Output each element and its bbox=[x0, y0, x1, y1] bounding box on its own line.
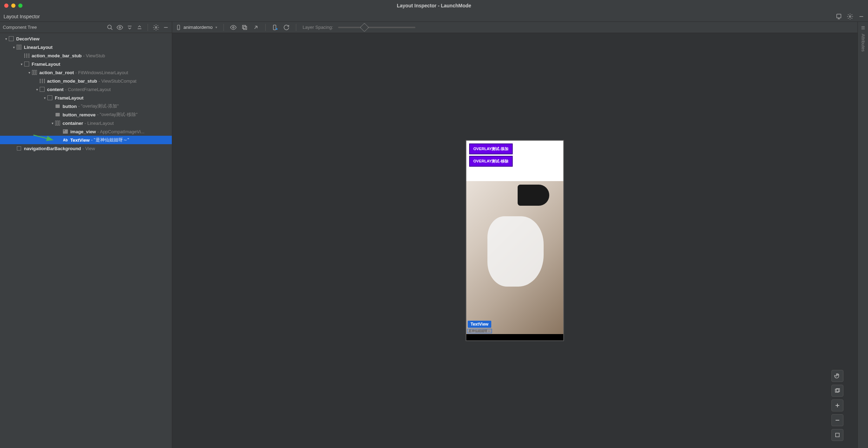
layout-preview-canvas[interactable]: OVERLAY测试-添加 OVERLAY测试-移除 TextView 是神仙姐姐… bbox=[172, 33, 857, 448]
node-suffix: - LinearLayout bbox=[85, 121, 114, 126]
node-name: image_view bbox=[70, 129, 96, 134]
overlay-icon[interactable] bbox=[241, 24, 248, 31]
tree-node[interactable]: ┇┇┇action_mode_bar_stub - ViewStubCompat bbox=[0, 77, 172, 85]
node-name: container bbox=[63, 121, 83, 126]
node-type-icon bbox=[16, 44, 22, 50]
gear-icon[interactable] bbox=[153, 24, 159, 31]
svg-rect-17 bbox=[244, 26, 247, 30]
attributes-tab-label: Attributes bbox=[861, 34, 866, 52]
svg-rect-25 bbox=[836, 433, 840, 437]
pan-hand-button[interactable] bbox=[831, 370, 843, 382]
tree-node[interactable]: ▾action_bar_root - FitWindowsLinearLayou… bbox=[0, 68, 172, 77]
node-type-icon bbox=[16, 146, 22, 151]
collapse-icon[interactable] bbox=[136, 24, 143, 31]
mode-3d-button[interactable] bbox=[831, 385, 843, 397]
node-name: button bbox=[63, 104, 77, 109]
separator bbox=[148, 24, 148, 31]
eye-icon[interactable] bbox=[117, 24, 123, 31]
minimize-icon[interactable] bbox=[858, 13, 864, 20]
chevron-icon: ▾ bbox=[34, 88, 39, 91]
tree-node[interactable]: button_remove - "overlay测试-移除" bbox=[0, 110, 172, 119]
layer-spacing-slider[interactable] bbox=[338, 27, 415, 28]
tree-node[interactable]: ▾DecorView bbox=[0, 34, 172, 43]
subtitle: Layout Inspector bbox=[4, 14, 40, 19]
svg-point-7 bbox=[119, 26, 121, 28]
node-suffix: - "overlay测试-移除" bbox=[97, 111, 137, 118]
refresh-icon[interactable] bbox=[283, 24, 290, 31]
svg-rect-16 bbox=[242, 25, 246, 28]
chevron-icon: ▾ bbox=[4, 37, 8, 41]
node-type-icon bbox=[32, 70, 37, 75]
node-type-icon: ┇┇┇ bbox=[24, 53, 30, 58]
zoom-in-button[interactable] bbox=[831, 399, 843, 411]
node-type-icon bbox=[55, 112, 60, 117]
node-suffix: - "是神仙姐姐呀～" bbox=[91, 137, 129, 143]
node-name: content bbox=[47, 87, 64, 92]
svg-point-19 bbox=[276, 28, 278, 30]
svg-rect-18 bbox=[273, 25, 276, 30]
separator bbox=[224, 24, 224, 31]
component-tree-panel: Component Tree ▾DecorView▾LinearLayout┇┇… bbox=[0, 22, 172, 448]
svg-point-15 bbox=[233, 26, 234, 28]
node-suffix: - ContentFrameLayout bbox=[65, 87, 111, 92]
node-suffix: - FitWindowsLinearLayout bbox=[75, 70, 128, 75]
node-suffix: - ViewStub bbox=[83, 53, 105, 58]
svg-line-12 bbox=[33, 135, 53, 140]
close-window-button[interactable] bbox=[4, 4, 8, 8]
tree-node[interactable]: ┇┇┇action_mode_bar_stub - ViewStub bbox=[0, 51, 172, 60]
svg-line-6 bbox=[111, 28, 112, 30]
eye-icon[interactable] bbox=[230, 24, 237, 31]
device-select-dropdown[interactable]: animatordemo ▾ bbox=[176, 25, 217, 30]
tree-node[interactable]: ▾container - LinearLayout bbox=[0, 119, 172, 127]
layer-spacing-label: Layer Spacing: bbox=[303, 25, 333, 30]
tree-node[interactable]: image_view - AppCompatImageVi... bbox=[0, 127, 172, 136]
expand-icon[interactable] bbox=[127, 24, 133, 31]
node-name: action_bar_root bbox=[39, 70, 74, 75]
node-name: action_mode_bar_stub bbox=[32, 53, 82, 58]
selection-highlight: 是神仙姐姐呀～ bbox=[467, 329, 492, 333]
tree-node[interactable]: ▾FrameLayout bbox=[0, 94, 172, 102]
tree-node[interactable]: navigationBarBackground - View bbox=[0, 144, 172, 153]
tree-node[interactable]: AbTextView - "是神仙姐姐呀～" bbox=[0, 136, 172, 144]
chevron-icon: ▾ bbox=[19, 62, 24, 66]
node-type-icon: Ab bbox=[63, 137, 68, 143]
maximize-window-button[interactable] bbox=[18, 4, 22, 8]
svg-point-10 bbox=[155, 26, 157, 28]
svg-rect-0 bbox=[837, 14, 841, 18]
live-updates-icon[interactable] bbox=[272, 24, 278, 31]
window-title: Layout Inspector - LaunchMode bbox=[397, 3, 471, 8]
tree-node[interactable]: ▾LinearLayout bbox=[0, 43, 172, 51]
node-name: LinearLayout bbox=[24, 45, 53, 50]
chevron-down-icon: ▾ bbox=[215, 25, 217, 29]
attributes-tab-rail[interactable]: Attributes bbox=[857, 22, 868, 448]
device-frame: OVERLAY测试-添加 OVERLAY测试-移除 TextView 是神仙姐姐… bbox=[466, 140, 564, 341]
node-name: button_remove bbox=[63, 112, 96, 117]
component-tree[interactable]: ▾DecorView▾LinearLayout┇┇┇action_mode_ba… bbox=[0, 33, 172, 448]
attributes-tab-icon bbox=[861, 25, 866, 30]
zoom-fit-button[interactable] bbox=[831, 429, 843, 441]
tool-subtitle-bar: Layout Inspector bbox=[0, 11, 868, 22]
preview-button-remove: OVERLAY测试-移除 bbox=[469, 156, 513, 167]
node-suffix: - View bbox=[83, 146, 95, 151]
gear-icon[interactable] bbox=[847, 13, 853, 20]
separator bbox=[265, 24, 266, 31]
zoom-out-button[interactable] bbox=[831, 414, 843, 426]
popout-icon[interactable] bbox=[253, 24, 259, 31]
devices-icon[interactable] bbox=[836, 13, 842, 20]
node-type-icon bbox=[24, 61, 30, 67]
node-name: navigationBarBackground bbox=[24, 146, 81, 151]
preview-navbar bbox=[466, 334, 563, 341]
minimize-window-button[interactable] bbox=[11, 4, 15, 8]
preview-image bbox=[466, 181, 563, 334]
search-icon[interactable] bbox=[107, 24, 113, 31]
minimize-icon[interactable] bbox=[163, 24, 169, 31]
node-type-icon bbox=[39, 87, 45, 92]
window-titlebar: Layout Inspector - LaunchMode bbox=[0, 0, 868, 11]
chevron-icon: ▾ bbox=[50, 121, 55, 125]
node-name: action_mode_bar_stub bbox=[47, 78, 97, 84]
tree-node[interactable]: button - "overlay测试-添加" bbox=[0, 102, 172, 110]
tree-node[interactable]: ▾content - ContentFrameLayout bbox=[0, 85, 172, 94]
node-type-icon bbox=[47, 95, 53, 101]
panel-title: Component Tree bbox=[3, 25, 37, 30]
tree-node[interactable]: ▾FrameLayout bbox=[0, 60, 172, 68]
